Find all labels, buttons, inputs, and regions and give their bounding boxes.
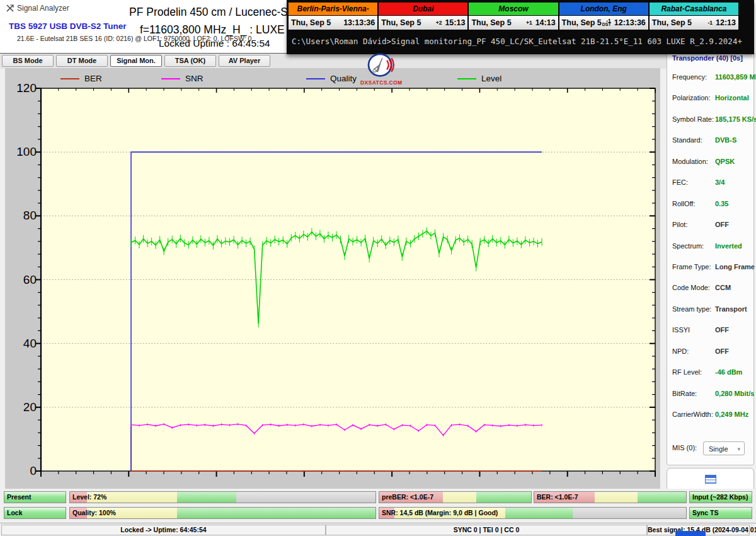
statusbar-segment: Locked -> Uptime: 64:45:54 (1, 525, 326, 535)
resize-grip[interactable]: ⋰⋰ (747, 525, 755, 534)
field-label: Frequency: (672, 73, 707, 81)
chevron-down-icon: ▾ (737, 442, 740, 456)
field-bitrate: BitRate:0,280 Mbit/s (667, 390, 753, 402)
clock-city-label: Dubai (379, 3, 467, 16)
field-label: RF Level: (672, 368, 702, 376)
clock-date: Thu, Sep 5 (471, 18, 511, 27)
field-label: Polarization: (672, 94, 711, 102)
clock-utc-offset: -1DST (602, 19, 614, 26)
tab-av-player[interactable]: AV Player (219, 55, 270, 67)
clock-city-label: Rabat-Casablanca (650, 3, 738, 16)
clock-time: 15:13 (445, 18, 465, 27)
legend-label: Level (481, 74, 501, 83)
y-axis-label: 0 (8, 464, 37, 478)
legend-label: Quality (330, 74, 357, 83)
stream-list-button[interactable] (667, 468, 754, 491)
field-npd: NPD:OFF (667, 347, 753, 360)
clock-time: 14:13 (536, 18, 556, 27)
indicator-quality: Quality: 100% (69, 507, 376, 519)
indicator-present: Present (4, 491, 66, 503)
field-fec: FEC:3/4 (667, 178, 753, 191)
clock-date: Thu, Sep 5 (652, 18, 692, 27)
gauge-segment-green (505, 508, 573, 518)
field-label: Pilot: (672, 221, 687, 228)
terminal-command: C:\Users\Roman Dávid>Signal monitoring_P… (292, 37, 742, 46)
field-polarization: Polarization:Horizontal (667, 94, 753, 107)
clock-time-row: Thu, Sep 5-112:13 (650, 16, 738, 30)
clock-city-label: Moscow (469, 3, 558, 16)
field-value: Long Frame (715, 263, 755, 271)
clock-time-row: Thu, Sep 5+215:13 (379, 16, 467, 30)
field-pilot: Pilot:OFF (667, 221, 753, 233)
y-axis-label: 80 (8, 209, 37, 223)
field-modulation: Modulation:QPSK (667, 158, 753, 170)
legend-swatch (161, 78, 180, 79)
logo-caption: DXSATCS.COM (360, 79, 402, 86)
field-label: NPD: (672, 347, 689, 355)
gauge-segment-empty (573, 508, 686, 518)
field-carrierwidth: CarrierWidth:0,249 MHz (667, 411, 753, 423)
indicator-label: SNR: 14,5 dB (Margin: 9,0 dB | Good) (382, 509, 498, 516)
clock-time: 12:13:36 (614, 18, 646, 27)
clock-time: 13:13:36 (343, 18, 375, 27)
tab-signal-mon[interactable]: Signal Mon. (110, 55, 162, 67)
statusbar-segment: SYNC 0 | TEI 0 | CC 0 (326, 525, 647, 535)
gauge-segment-empty (236, 492, 375, 503)
field-spectrum: Spectrum:Inverted (667, 242, 753, 255)
clock-time: 12:13 (716, 18, 736, 27)
indicator-snr: SNR: 14,5 dB (Margin: 9,0 dB | Good) (379, 507, 687, 519)
clock-moscow: MoscowThu, Sep 5+114:13 (469, 3, 558, 30)
field-label: RollOff: (672, 200, 695, 207)
mis-dropdown[interactable]: Single ▾ (703, 441, 745, 455)
tab-dt-mode[interactable]: DT Mode (56, 55, 108, 67)
field-value: 0,249 MHz (715, 411, 748, 418)
transponder-panel: Transponder (40) [0s] Frequency:11603,85… (667, 52, 754, 465)
field-label: Standard: (672, 136, 702, 144)
indicator-ber: BER: <1.0E-7 (534, 491, 687, 503)
field-label: Modulation: (672, 158, 708, 165)
y-axis-label: 60 (8, 273, 37, 287)
transponder-panel-title: Transponder (40) [0s] (672, 54, 743, 62)
field-value: QPSK (715, 158, 735, 165)
tuner-name: TBS 5927 USB DVB-S2 Tuner (9, 21, 127, 31)
tab-tsa-ok[interactable]: TSA (OK) (164, 55, 216, 67)
y-axis-label: 100 (8, 145, 37, 159)
legend-swatch (306, 78, 325, 79)
legend-label: BER (84, 74, 102, 83)
field-value: Transport (715, 305, 747, 313)
legend-label: SNR (185, 74, 203, 83)
field-value: DVB-S (715, 136, 736, 144)
field-label: Stream type: (672, 305, 711, 313)
status-indicator-rows: PresentLevel: 72%preBER: <1.0E-7BER: <1.… (0, 489, 756, 523)
field-code-mode: Code Mode:CCM (667, 284, 753, 296)
legend-item-quality: Quality (306, 74, 357, 83)
clock-city-label: Berlin-Paris-Vienna-Roma (289, 3, 377, 16)
window-title: Signal Analyzer (17, 4, 69, 13)
indicator-level: Level: 72% (69, 491, 376, 503)
field-rolloff: RollOff:0.35 (667, 200, 753, 213)
clock-rabat-casablanca: Rabat-CasablancaThu, Sep 5-112:13 (650, 3, 738, 30)
signal-chart: 020406080100120BERSNRQualityLevel (5, 68, 660, 489)
indicator-sync-ts: Sync TS (689, 507, 752, 519)
field-value: CCM (715, 284, 731, 291)
taskbar-peek-window (675, 531, 706, 536)
chart-canvas (5, 68, 660, 489)
y-axis-label: 20 (8, 400, 37, 414)
field-label: FEC: (672, 178, 688, 186)
clock-time-row: Thu, Sep 5-1DST12:13:36 (559, 16, 648, 30)
field-standard: Standard:DVB-S (667, 136, 753, 149)
field-value: OFF (715, 326, 729, 334)
indicator-lock: Lock (4, 507, 66, 519)
field-label: Spectrum: (672, 242, 704, 250)
signal-analyzer-screen: Signal Analyzer TBS 5927 USB DVB-S2 Tune… (0, 0, 756, 536)
legend-swatch (457, 78, 476, 79)
clock-utc-offset: +1 (512, 21, 536, 25)
field-value: Horizontal (715, 94, 749, 102)
field-value: OFF (715, 221, 729, 228)
tab-bs-mode[interactable]: BS Mode (2, 55, 54, 67)
indicator-label: Present (7, 493, 32, 501)
clock-date: Thu, Sep 5 (562, 18, 602, 27)
field-rf-level: RF Level:-46 dBm (667, 368, 753, 381)
world-clocks: Berlin-Paris-Vienna-RomaThu, Sep 513:13:… (289, 3, 738, 30)
field-value: 185,175 KS/s (715, 115, 756, 123)
